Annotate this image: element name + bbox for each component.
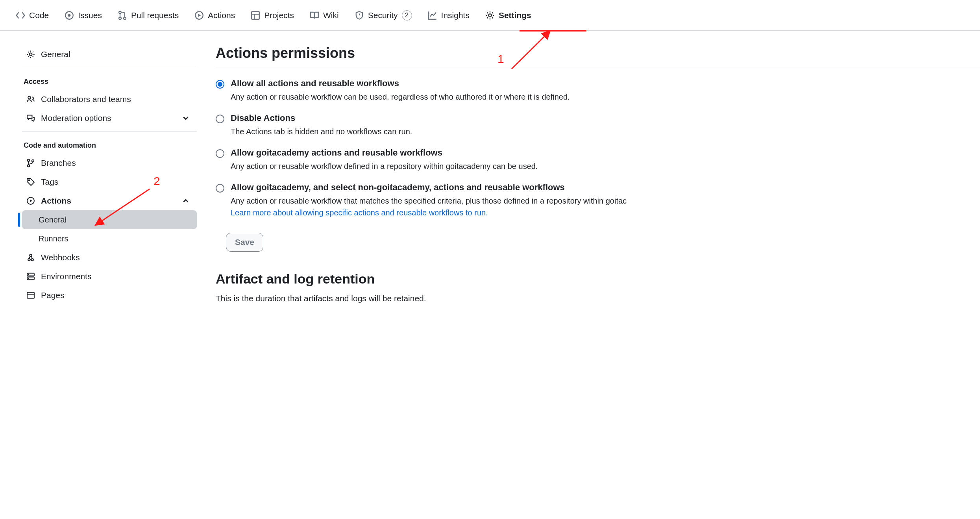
settings-sidebar: General Access Collaborators and teams M… xyxy=(0,45,197,305)
tab-wiki-label: Wiki xyxy=(323,11,339,20)
sidebar-actions-label: Actions xyxy=(41,196,71,206)
sidebar-actions-runners-label: Runners xyxy=(39,234,68,243)
retention-heading: Artifact and log retention xyxy=(216,271,980,287)
save-button[interactable]: Save xyxy=(226,233,263,252)
sidebar-actions-runners[interactable]: Runners xyxy=(22,229,197,248)
sidebar-group-code: Code and automation xyxy=(22,133,197,154)
security-count-badge: 2 xyxy=(402,10,412,20)
svg-point-20 xyxy=(28,274,29,275)
sidebar-actions-general[interactable]: General xyxy=(22,210,197,229)
divider xyxy=(22,132,197,132)
tab-code[interactable]: Code xyxy=(9,0,55,30)
sidebar-pages-label: Pages xyxy=(41,291,65,300)
sidebar-pages[interactable]: Pages xyxy=(22,286,197,305)
radio-org-only[interactable] xyxy=(216,149,224,158)
option-desc-text: Any action or reusable workflow that mat… xyxy=(231,196,627,205)
svg-rect-22 xyxy=(27,292,34,298)
sidebar-actions[interactable]: Actions xyxy=(22,191,197,210)
svg-point-9 xyxy=(28,96,31,99)
option-desc: Any action or reusable workflow defined … xyxy=(231,160,538,172)
sidebar-moderation-label: Moderation options xyxy=(41,113,111,123)
sidebar-webhooks-label: Webhooks xyxy=(41,253,80,262)
option-title: Allow goitacademy actions and reusable w… xyxy=(231,148,538,158)
option-org-only[interactable]: Allow goitacademy actions and reusable w… xyxy=(216,148,980,172)
code-icon xyxy=(16,11,25,20)
sidebar-general-label: General xyxy=(41,50,70,59)
tab-settings[interactable]: Settings xyxy=(479,0,538,30)
sidebar-environments[interactable]: Environments xyxy=(22,267,197,286)
sidebar-environments-label: Environments xyxy=(41,272,91,281)
tab-actions[interactable]: Actions xyxy=(188,0,241,30)
svg-point-2 xyxy=(119,11,121,13)
radio-select[interactable] xyxy=(216,184,224,193)
graph-icon xyxy=(428,11,437,20)
svg-point-3 xyxy=(119,17,121,19)
tab-code-label: Code xyxy=(29,11,49,20)
git-pull-request-icon xyxy=(118,11,127,20)
option-select[interactable]: Allow goitacademy, and select non-goitac… xyxy=(216,182,980,219)
sidebar-tags[interactable]: Tags xyxy=(22,172,197,191)
tab-pulls[interactable]: Pull requests xyxy=(111,0,185,30)
svg-point-8 xyxy=(30,53,32,56)
option-desc: Any action or reusable workflow can be u… xyxy=(231,91,570,103)
sidebar-actions-general-label: General xyxy=(39,215,67,224)
tab-security[interactable]: Security 2 xyxy=(348,0,418,30)
sidebar-collaborators-label: Collaborators and teams xyxy=(41,95,131,104)
issue-icon xyxy=(65,11,74,20)
comment-discussion-icon xyxy=(26,113,35,123)
sidebar-branches-label: Branches xyxy=(41,158,76,168)
server-icon xyxy=(26,272,35,281)
sidebar-tags-label: Tags xyxy=(41,177,58,187)
tab-projects[interactable]: Projects xyxy=(244,0,300,30)
tab-settings-label: Settings xyxy=(499,11,531,20)
sidebar-branches[interactable]: Branches xyxy=(22,154,197,172)
sidebar-moderation[interactable]: Moderation options xyxy=(22,109,197,128)
svg-point-13 xyxy=(29,180,30,181)
tab-security-label: Security xyxy=(368,11,398,20)
option-desc: The Actions tab is hidden and no workflo… xyxy=(231,126,412,137)
learn-more-link[interactable]: Learn more about allowing specific actio… xyxy=(231,208,488,217)
tab-issues-label: Issues xyxy=(78,11,102,20)
tab-actions-label: Actions xyxy=(208,11,235,20)
option-disable[interactable]: Disable Actions The Actions tab is hidde… xyxy=(216,113,980,137)
svg-point-10 xyxy=(28,159,30,161)
git-branch-icon xyxy=(26,158,35,168)
svg-rect-6 xyxy=(251,11,259,19)
option-title: Allow all actions and reusable workflows xyxy=(231,78,570,89)
tab-insights-label: Insights xyxy=(441,11,470,20)
webhook-icon xyxy=(26,253,35,262)
option-body: Allow goitacademy actions and reusable w… xyxy=(231,148,538,172)
sidebar-webhooks[interactable]: Webhooks xyxy=(22,248,197,267)
option-body: Disable Actions The Actions tab is hidde… xyxy=(231,113,412,137)
sidebar-collaborators[interactable]: Collaborators and teams xyxy=(22,90,197,109)
page-title: Actions permissions xyxy=(216,45,980,67)
chevron-down-icon xyxy=(181,113,190,123)
tab-projects-label: Projects xyxy=(264,11,294,20)
gear-icon xyxy=(485,11,495,20)
option-title: Disable Actions xyxy=(231,113,412,123)
repo-tabnav: Code Issues Pull requests Actions Projec… xyxy=(0,0,980,31)
play-circle-icon xyxy=(194,11,204,20)
svg-point-12 xyxy=(32,160,34,162)
radio-allow-all[interactable] xyxy=(216,80,224,89)
book-icon xyxy=(310,11,319,20)
tab-insights[interactable]: Insights xyxy=(422,0,476,30)
chevron-up-icon xyxy=(181,196,190,206)
gear-icon xyxy=(26,50,35,59)
table-icon xyxy=(251,11,260,20)
svg-point-16 xyxy=(31,259,33,261)
option-allow-all[interactable]: Allow all actions and reusable workflows… xyxy=(216,78,980,103)
divider xyxy=(22,68,197,68)
sidebar-general[interactable]: General xyxy=(22,45,197,64)
svg-point-4 xyxy=(124,17,126,19)
sidebar-group-access: Access xyxy=(22,70,197,90)
option-body: Allow all actions and reusable workflows… xyxy=(231,78,570,103)
play-circle-icon xyxy=(26,196,35,206)
tab-issues[interactable]: Issues xyxy=(58,0,108,30)
svg-point-11 xyxy=(28,165,30,167)
tab-wiki[interactable]: Wiki xyxy=(303,0,345,30)
radio-disable[interactable] xyxy=(216,115,224,123)
svg-point-15 xyxy=(28,259,30,261)
browser-icon xyxy=(26,291,35,300)
main-content: Actions permissions Allow all actions an… xyxy=(216,45,980,305)
